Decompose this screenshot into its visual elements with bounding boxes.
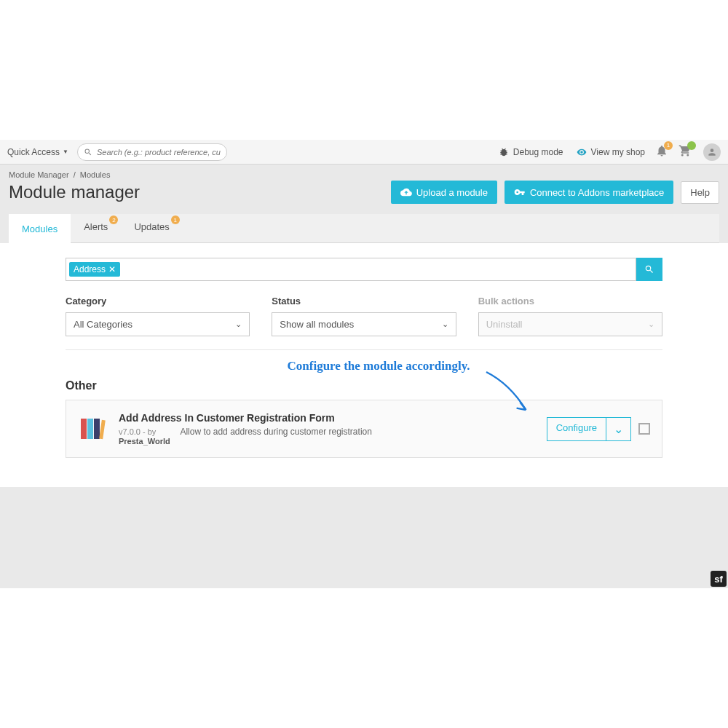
bulk-select[interactable]: Uninstall ⌄ xyxy=(478,312,662,336)
tab-alerts-label: Alerts xyxy=(84,221,108,232)
module-icon xyxy=(78,414,107,443)
category-label: Category xyxy=(66,296,250,306)
svg-rect-2 xyxy=(94,419,100,439)
help-label: Help xyxy=(690,187,710,198)
quick-access-label: Quick Access xyxy=(7,147,60,157)
module-checkbox[interactable] xyxy=(638,423,650,435)
bulk-label: Bulk actions xyxy=(478,296,662,306)
chevron-down-icon: ⌄ xyxy=(235,320,242,329)
help-button[interactable]: Help xyxy=(681,181,719,204)
connect-addons-button[interactable]: Connect to Addons marketplace xyxy=(505,181,673,204)
symfony-toolbar-icon[interactable]: sf xyxy=(711,571,727,587)
alerts-badge: 2 xyxy=(109,215,118,224)
module-description: Allow to add address during customer reg… xyxy=(180,427,371,437)
updates-badge: 1 xyxy=(171,215,180,224)
search-tag-label: Address xyxy=(74,264,106,274)
view-shop-label: View my shop xyxy=(591,147,645,157)
section-heading: Other xyxy=(66,379,662,392)
cart-button[interactable] xyxy=(678,144,692,160)
search-icon xyxy=(644,264,654,274)
connect-label: Connect to Addons marketplace xyxy=(530,187,664,198)
configure-button[interactable]: Configure xyxy=(547,417,606,441)
debug-label: Debug mode xyxy=(513,147,563,157)
tab-modules-label: Modules xyxy=(22,223,58,234)
module-search-bar: Address ✕ xyxy=(66,258,662,281)
category-value: All Categories xyxy=(74,319,132,330)
tab-updates[interactable]: Updates 1 xyxy=(121,214,182,242)
breadcrumb-module-manager[interactable]: Module Manager xyxy=(9,170,69,179)
annotation-text: Configure the module accordingly. xyxy=(95,359,662,373)
module-card: Add Address In Customer Registration For… xyxy=(66,400,662,458)
divider xyxy=(66,349,662,350)
svg-rect-1 xyxy=(87,419,93,439)
notif-badge: 1 xyxy=(664,141,673,150)
global-search[interactable] xyxy=(77,143,227,161)
global-search-input[interactable] xyxy=(97,148,221,157)
search-icon xyxy=(84,148,92,157)
user-avatar[interactable] xyxy=(703,143,721,161)
bug-icon xyxy=(499,147,509,157)
module-meta: v7.0.0 - by Allow to add address during … xyxy=(119,427,535,446)
upload-label: Upload a module xyxy=(416,187,488,198)
annotation-arrow-icon xyxy=(480,366,539,424)
module-search-input[interactable]: Address ✕ xyxy=(66,258,636,281)
category-select[interactable]: All Categories ⌄ xyxy=(66,312,250,336)
debug-mode-link[interactable]: Debug mode xyxy=(499,147,563,157)
status-label: Status xyxy=(272,296,456,306)
module-version: v7.0.0 - by xyxy=(119,427,156,436)
user-icon xyxy=(707,147,717,157)
tab-updates-label: Updates xyxy=(134,221,169,232)
tab-alerts[interactable]: Alerts 2 xyxy=(71,214,121,242)
cart-badge xyxy=(687,141,696,150)
remove-tag-icon[interactable]: ✕ xyxy=(108,264,116,274)
key-icon xyxy=(514,186,526,198)
breadcrumb: Module Manager / Modules xyxy=(9,170,719,179)
status-value: Show all modules xyxy=(280,319,354,330)
caret-down-icon: ▼ xyxy=(63,149,68,155)
search-tag: Address ✕ xyxy=(69,262,120,277)
tab-modules[interactable]: Modules xyxy=(9,214,71,243)
breadcrumb-modules: Modules xyxy=(80,170,111,179)
module-author: Presta_World xyxy=(119,437,170,446)
configure-dropdown-button[interactable]: ⌄ xyxy=(606,417,631,441)
top-bar: Quick Access ▼ Debug mode View my shop 1 xyxy=(0,140,728,165)
module-search-button[interactable] xyxy=(636,258,662,281)
upload-module-button[interactable]: Upload a module xyxy=(391,181,497,204)
svg-rect-0 xyxy=(81,419,87,439)
bulk-value: Uninstall xyxy=(486,319,523,330)
chevron-down-icon: ⌄ xyxy=(442,320,448,329)
tab-bar: Modules Alerts 2 Updates 1 xyxy=(9,214,719,243)
cloud-upload-icon xyxy=(400,186,412,198)
chevron-down-icon: ⌄ xyxy=(648,320,654,329)
page-title: Module manager xyxy=(9,182,140,202)
module-name: Add Address In Customer Registration For… xyxy=(119,412,535,424)
notifications-button[interactable]: 1 xyxy=(655,144,668,160)
view-shop-link[interactable]: View my shop xyxy=(577,147,645,157)
chevron-down-icon: ⌄ xyxy=(614,423,623,435)
svg-rect-3 xyxy=(99,420,106,439)
quick-access-menu[interactable]: Quick Access ▼ xyxy=(7,147,68,157)
books-icon xyxy=(78,414,107,443)
status-select[interactable]: Show all modules ⌄ xyxy=(272,312,456,336)
eye-icon xyxy=(577,147,587,157)
